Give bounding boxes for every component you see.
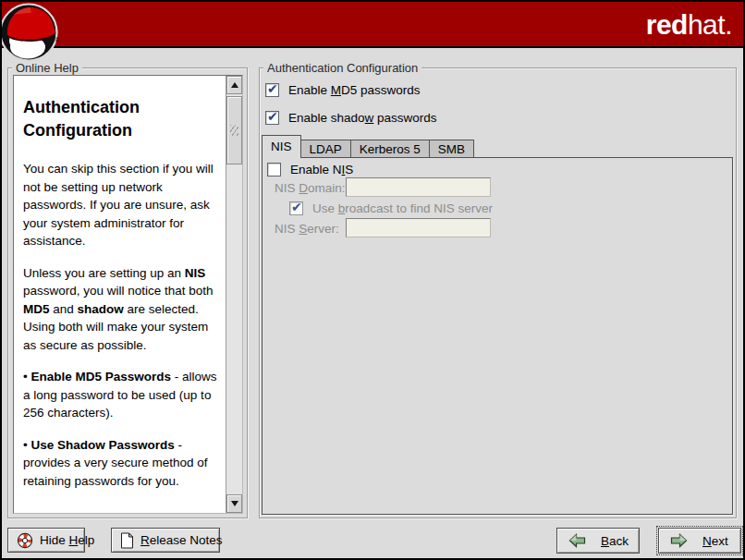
enable-md5-checkbox-row[interactable]: Enable MD5 passwords [265,83,421,97]
installer-window: redhat. ® Online Help Authentication Con… [0,0,745,560]
scroll-down-button[interactable] [226,494,242,513]
hide-help-button[interactable]: Hide Help [7,528,85,553]
auth-config-frame-label: Authentication Configuration [263,61,421,75]
scrollbar-track[interactable] [226,94,242,494]
banner: redhat. [2,2,743,48]
enable-nis-checkbox-row[interactable]: Enable NIS [267,163,353,177]
checkbox-md5[interactable] [265,83,279,97]
release-notes-label: Release Notes [140,533,223,547]
nis-server-label: NIS Server: [275,222,339,236]
help-scrollbar[interactable] [226,76,242,513]
back-button[interactable]: Back [556,528,640,554]
triangle-down-icon [231,501,238,506]
help-text: Authentication Configuration You can ski… [14,76,226,513]
online-help-panel: Online Help Authentication Configuration… [7,67,248,518]
tab-kerberos5[interactable]: Kerberos 5 [351,140,430,158]
redhat-shadowman-icon: ® [2,2,61,65]
checkbox-enable-nis[interactable] [267,163,281,177]
help-paragraph: You can skip this section if you will no… [23,160,222,250]
enable-shadow-label: Enable shadow passwords [288,111,437,125]
brand-red: red [646,9,688,40]
help-title: Authentication Configuration [23,96,222,142]
triangle-up-icon [231,82,238,88]
scroll-up-button[interactable] [226,76,242,94]
tab-nis[interactable]: NIS [262,135,301,158]
redhat-wordmark: redhat. [646,9,732,41]
scrollbar-thumb[interactable] [226,96,242,164]
tab-ldap[interactable]: LDAP [301,140,351,158]
help-paragraph: • Enable MD5 Passwords - allows a long p… [23,368,222,422]
back-label: Back [601,534,629,548]
help-paragraph: • Use Shadow Passwords - provides a very… [23,436,222,491]
arrow-left-icon [568,533,586,548]
use-broadcast-label: Use broadcast to find NIS server [312,201,493,215]
document-icon [120,532,134,549]
brand-hat: hat [688,9,725,40]
nis-tab-panel: Enable NIS NIS Domain: Use broadcast to … [262,157,733,515]
brand-dot: . [725,9,732,40]
help-viewer: Authentication Configuration You can ski… [13,75,243,514]
arrow-right-icon [670,533,688,548]
registered-mark: ® [55,37,60,43]
auth-tabs: NIS LDAP Kerberos 5 SMB [262,135,474,158]
checkbox-shadow[interactable] [265,111,279,125]
hide-help-label: Hide Help [40,533,94,547]
checkbox-use-broadcast[interactable] [289,201,303,215]
enable-md5-label: Enable MD5 passwords [288,83,421,97]
tab-smb[interactable]: SMB [430,140,474,158]
enable-shadow-checkbox-row[interactable]: Enable shadow passwords [265,111,437,125]
help-paragraph: Unless you are setting up an NIS passwor… [23,264,222,355]
use-broadcast-checkbox-row[interactable]: Use broadcast to find NIS server [289,201,493,215]
enable-nis-label: Enable NIS [290,163,353,177]
nis-domain-label: NIS Domain: [275,181,346,195]
nis-domain-input[interactable] [346,177,491,197]
nis-server-input[interactable] [346,218,491,237]
life-ring-icon [17,532,33,549]
release-notes-button[interactable]: Release Notes [111,528,220,553]
auth-config-panel: Authentication Configuration Enable MD5 … [259,67,737,518]
next-button[interactable]: Next [658,528,741,554]
next-label: Next [702,534,728,548]
